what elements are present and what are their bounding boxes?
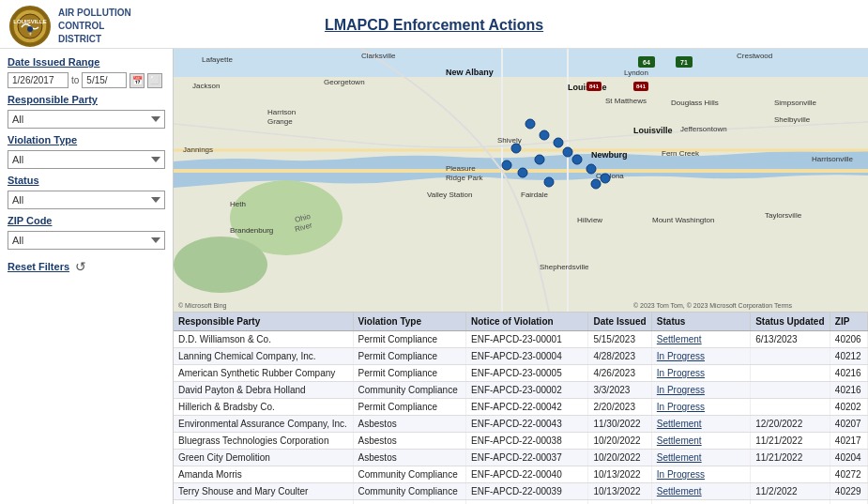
table-cell[interactable]: In Progress <box>651 365 750 382</box>
enforcement-table-container: Responsible Party Violation Type Notice … <box>174 312 868 504</box>
table-cell: Permit Compliance <box>353 500 465 505</box>
table-cell: Dupont Specialty Products USA, LLC <box>174 500 353 505</box>
table-cell[interactable]: Settlement <box>651 483 750 500</box>
table-cell: 11/21/2022 <box>751 450 830 466</box>
svg-text:Shepherdsville: Shepherdsville <box>540 263 589 271</box>
responsible-party-select[interactable]: All <box>8 110 165 129</box>
reset-row: Reset Filters ↺ <box>8 259 165 274</box>
table-cell: 40216 <box>830 500 867 505</box>
responsible-party-filter: Responsible Party All <box>8 94 165 129</box>
status-link[interactable]: In Progress <box>657 385 705 395</box>
svg-text:Clarksville: Clarksville <box>361 52 396 60</box>
svg-point-55 <box>525 119 535 129</box>
violation-type-select[interactable]: All <box>8 150 165 169</box>
status-link[interactable]: Settlement <box>657 334 702 344</box>
table-cell: 11/2/2022 <box>751 483 830 500</box>
svg-text:71: 71 <box>680 59 688 66</box>
table-cell: 5/15/2023 <box>588 331 651 348</box>
table-cell: 40272 <box>830 466 867 483</box>
status-link[interactable]: Settlement <box>657 419 702 429</box>
table-cell: ENF-APCD-23-00004 <box>466 348 588 365</box>
table-cell <box>751 466 830 483</box>
table-cell: 40212 <box>830 348 867 365</box>
status-link[interactable]: In Progress <box>657 368 705 378</box>
right-panel: 64 71 Lafayette Clarksville Crestwood Ja… <box>174 49 868 504</box>
table-row: Bluegrass Technologies CorporationAsbest… <box>174 433 868 450</box>
table-cell[interactable]: In Progress <box>651 466 750 483</box>
svg-text:⚜: ⚜ <box>28 32 32 37</box>
table-cell: Bluegrass Technologies Corporation <box>174 433 353 450</box>
svg-text:Jackson: Jackson <box>192 82 220 90</box>
table-cell[interactable]: Settlement <box>651 416 750 433</box>
svg-point-65 <box>502 160 511 170</box>
col-header-date-issued: Date Issued <box>588 313 651 331</box>
svg-text:Harrisonville: Harrisonville <box>812 155 854 163</box>
svg-text:Harrison: Harrison <box>267 108 296 116</box>
table-cell: D.D. Williamson & Co. <box>174 331 353 348</box>
table-cell[interactable]: In Progress <box>651 348 750 365</box>
svg-point-64 <box>518 168 527 177</box>
status-link[interactable]: Settlement <box>657 452 702 463</box>
table-cell: American Synthetic Rubber Company <box>174 365 353 382</box>
table-cell: 10/20/2022 <box>588 433 651 450</box>
date-separator: to <box>71 75 79 85</box>
table-cell: 40217 <box>830 433 867 450</box>
table-cell: ENF-APCD-22-00043 <box>466 416 588 433</box>
table-header-row: Responsible Party Violation Type Notice … <box>174 313 868 331</box>
table-cell: Community Compliance <box>353 382 465 399</box>
agency-logo: LOUISVILLE ⚜ <box>9 6 51 47</box>
reset-filters-button[interactable]: Reset Filters <box>8 261 69 272</box>
status-link[interactable]: Settlement <box>657 435 702 446</box>
svg-point-67 <box>591 179 601 189</box>
status-link[interactable]: Settlement <box>657 486 702 496</box>
zip-code-select[interactable]: All <box>8 231 165 250</box>
table-cell: Permit Compliance <box>353 331 465 348</box>
table-cell: 40216 <box>830 382 867 399</box>
date-start-input[interactable] <box>8 72 69 88</box>
table-cell: 10/20/2022 <box>588 450 651 466</box>
svg-text:Hillview: Hillview <box>577 216 602 224</box>
table-cell: 11/21/2022 <box>751 433 830 450</box>
table-cell: Hillerich & Bradsby Co. <box>174 399 353 416</box>
svg-point-62 <box>586 164 596 174</box>
svg-text:Valley Station: Valley Station <box>427 191 472 199</box>
table-cell: 6/13/2023 <box>751 331 830 348</box>
table-cell: 40229 <box>830 483 867 500</box>
status-select[interactable]: All <box>8 191 165 209</box>
table-cell: 40204 <box>830 450 867 466</box>
svg-text:Jannings: Jannings <box>183 145 213 154</box>
status-link[interactable]: In Progress <box>657 469 705 480</box>
svg-point-66 <box>544 177 554 187</box>
date-end-input[interactable] <box>82 72 127 88</box>
table-cell[interactable]: In Progress <box>651 399 750 416</box>
table-cell[interactable]: Settlement <box>651 433 750 450</box>
table-cell[interactable]: In Progress <box>651 382 750 399</box>
table-cell: ENF-APCD-22-00040 <box>466 466 588 483</box>
table-cell <box>751 399 830 416</box>
calendar-icon[interactable]: 📅 <box>129 73 145 88</box>
table-cell: 3/3/2023 <box>588 382 651 399</box>
agency-branding: LOUISVILLE ⚜ AIR POLLUTION CONTROL DISTR… <box>9 6 143 47</box>
col-header-violation-type: Violation Type <box>353 313 465 331</box>
status-link[interactable]: In Progress <box>657 351 705 361</box>
table-cell: 4/28/2023 <box>588 348 651 365</box>
map-container[interactable]: 64 71 Lafayette Clarksville Crestwood Ja… <box>174 49 868 312</box>
table-cell: Amanda Morris <box>174 466 353 483</box>
table-cell[interactable]: Settlement <box>651 331 750 348</box>
table-cell: ENF-APCD-23-00001 <box>466 331 588 348</box>
svg-text:Fern Creek: Fern Creek <box>662 149 700 158</box>
svg-point-56 <box>540 130 549 140</box>
svg-point-57 <box>554 138 563 147</box>
table-cell[interactable]: Settlement <box>651 450 750 466</box>
table-row: Hillerich & Bradsby Co.Permit Compliance… <box>174 399 868 416</box>
violation-type-label: Violation Type <box>8 134 165 145</box>
table-cell: Green City Demolition <box>174 450 353 466</box>
table-cell: 40216 <box>830 365 867 382</box>
table-cell[interactable]: Agreed Board Order <box>651 500 750 505</box>
export-icon[interactable]: ⬜ <box>147 73 162 88</box>
table-row: Green City DemolitionAsbestosENF-APCD-22… <box>174 450 868 466</box>
table-cell: ENF-APCD-22-00041 <box>466 500 588 505</box>
status-link[interactable]: In Progress <box>657 402 705 412</box>
table-row: Amanda MorrisCommunity ComplianceENF-APC… <box>174 466 868 483</box>
svg-point-63 <box>601 174 610 183</box>
